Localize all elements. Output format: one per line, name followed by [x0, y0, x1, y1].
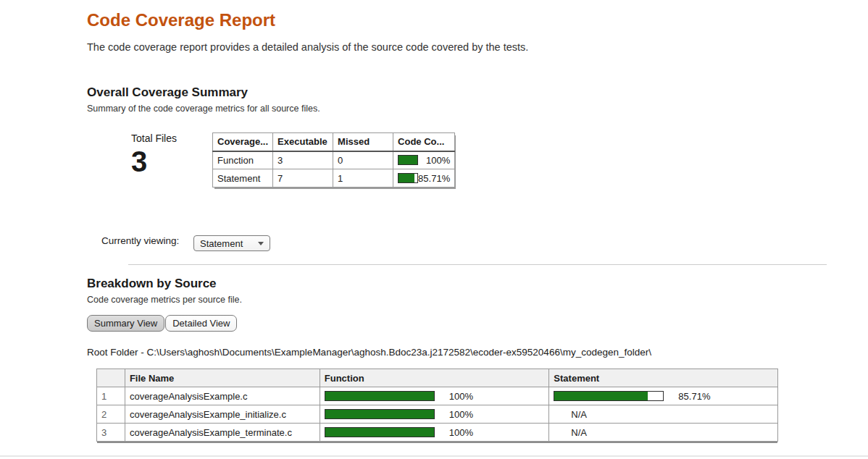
- coverage-type-cell: Function: [213, 151, 273, 169]
- coverage-percent-cell: 85.71%: [393, 169, 455, 188]
- summary-view-button[interactable]: Summary View: [87, 315, 164, 332]
- page-title: Code Coverage Report: [87, 10, 868, 30]
- coverage-type-dropdown[interactable]: Statement: [193, 235, 270, 251]
- total-files-label: Total Files: [131, 132, 212, 144]
- col-header-statement[interactable]: Statement: [549, 369, 778, 387]
- coverage-bar: [325, 427, 435, 437]
- chevron-down-icon: [258, 242, 264, 245]
- coverage-type-cell: Statement: [213, 169, 273, 188]
- table-row[interactable]: Function 3 0 100%: [213, 151, 455, 169]
- statement-coverage-cell: N/A: [549, 405, 778, 424]
- executable-cell: 3: [273, 151, 333, 169]
- coverage-percent-cell: 100%: [393, 151, 455, 169]
- missed-cell: 0: [333, 151, 393, 169]
- coverage-bar: [398, 173, 418, 183]
- overall-summary-heading: Overall Coverage Summary: [87, 85, 868, 100]
- breakdown-files-table: File Name Function Statement 1 coverageA…: [96, 369, 778, 442]
- code-coverage-report-page: Code Coverage Report The code coverage r…: [0, 10, 868, 442]
- missed-cell: 1: [333, 169, 393, 188]
- table-row[interactable]: 3 coverageAnalysisExample_terminate.c 10…: [97, 424, 778, 442]
- view-toggle-group: Summary View Detailed View: [87, 315, 868, 332]
- table-row[interactable]: Statement 7 1 85.71%: [213, 169, 455, 188]
- breakdown-heading: Breakdown by Source: [87, 277, 868, 291]
- file-name-cell: coverageAnalysisExample_initialize.c: [125, 405, 320, 424]
- root-folder-path: Root Folder - C:\Users\aghosh\Documents\…: [87, 347, 868, 358]
- col-header-file-name[interactable]: File Name: [125, 369, 320, 387]
- not-applicable-label: N/A: [571, 427, 587, 438]
- row-number: 3: [97, 424, 125, 442]
- col-header-executable[interactable]: Executable: [273, 133, 333, 151]
- col-header-coverage-type[interactable]: Coverage...: [213, 133, 273, 151]
- total-files-block: Total Files 3: [131, 132, 212, 176]
- coverage-percent-label: 100%: [426, 155, 450, 166]
- table-row[interactable]: 2 coverageAnalysisExample_initialize.c 1…: [97, 405, 778, 424]
- coverage-bar: [325, 391, 435, 401]
- col-header-function[interactable]: Function: [320, 369, 549, 387]
- overall-summary-row: Total Files 3 Coverage... Executable Mis…: [131, 132, 868, 188]
- coverage-bar: [554, 391, 664, 401]
- not-applicable-label: N/A: [571, 409, 587, 420]
- row-number: 1: [97, 387, 125, 405]
- coverage-percent-label: 100%: [449, 427, 473, 438]
- statement-coverage-cell: N/A: [549, 424, 778, 442]
- dropdown-selected-value: Statement: [200, 238, 258, 249]
- overall-summary-table: Coverage... Executable Missed Code Co...…: [212, 132, 455, 188]
- executable-cell: 7: [273, 169, 333, 188]
- col-header-row-number: [97, 369, 125, 387]
- row-number: 2: [97, 405, 125, 424]
- table-header-row: File Name Function Statement: [97, 369, 778, 387]
- table-header-row: Coverage... Executable Missed Code Co...: [213, 133, 455, 151]
- coverage-percent-label: 85.71%: [678, 391, 710, 402]
- detailed-view-button[interactable]: Detailed View: [165, 315, 237, 332]
- overall-summary-description: Summary of the code coverage metrics for…: [87, 104, 868, 114]
- total-files-value: 3: [131, 147, 212, 176]
- function-coverage-cell: 100%: [320, 405, 549, 424]
- breakdown-description: Code coverage metrics per source file.: [87, 295, 868, 305]
- coverage-bar: [398, 155, 418, 165]
- coverage-percent-label: 100%: [449, 409, 473, 420]
- coverage-percent-label: 85.71%: [418, 173, 450, 184]
- col-header-missed[interactable]: Missed: [333, 133, 393, 151]
- page-subtitle: The code coverage report provides a deta…: [87, 41, 868, 53]
- function-coverage-cell: 100%: [320, 387, 549, 405]
- section-divider: [128, 264, 827, 265]
- currently-viewing-label: Currently viewing:: [101, 235, 193, 247]
- currently-viewing-row: Currently viewing: Statement: [87, 235, 868, 251]
- function-coverage-cell: 100%: [320, 424, 549, 442]
- col-header-code-coverage[interactable]: Code Co...: [393, 133, 455, 151]
- coverage-bar: [325, 409, 435, 419]
- file-name-cell: coverageAnalysisExample.c: [125, 387, 320, 405]
- page-bottom-divider: [0, 455, 868, 457]
- statement-coverage-cell: 85.71%: [549, 387, 778, 405]
- table-row[interactable]: 1 coverageAnalysisExample.c 100% 85.71%: [97, 387, 778, 405]
- file-name-cell: coverageAnalysisExample_terminate.c: [125, 424, 320, 442]
- coverage-percent-label: 100%: [449, 391, 473, 402]
